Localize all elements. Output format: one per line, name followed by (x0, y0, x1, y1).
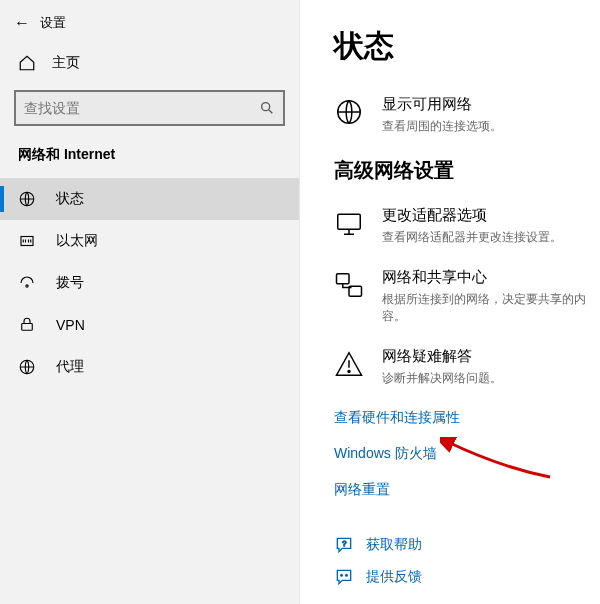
nav-item-vpn[interactable]: VPN (0, 304, 299, 346)
svg-rect-9 (337, 274, 350, 284)
svg-point-4 (26, 285, 28, 287)
nav-label-vpn: VPN (56, 317, 85, 333)
svg-rect-8 (338, 214, 361, 229)
dialup-icon (18, 274, 36, 292)
svg-point-14 (341, 575, 343, 577)
nav-item-ethernet[interactable]: 以太网 (0, 220, 299, 262)
svg-point-12 (348, 371, 350, 373)
feedback-label: 提供反馈 (366, 568, 422, 586)
nav-label-ethernet: 以太网 (56, 232, 98, 250)
home-icon (18, 54, 36, 72)
advanced-heading: 高级网络设置 (334, 157, 600, 184)
adapter-icon (334, 208, 364, 238)
svg-line-1 (269, 110, 272, 113)
search-box[interactable] (14, 90, 285, 126)
show-networks-row[interactable]: 显示可用网络 查看周围的连接选项。 (334, 95, 600, 135)
show-networks-sub: 查看周围的连接选项。 (382, 118, 502, 135)
nav-label-dialup: 拨号 (56, 274, 84, 292)
page-title: 状态 (334, 26, 600, 67)
sharing-title: 网络和共享中心 (382, 268, 600, 287)
ethernet-icon (18, 232, 36, 250)
proxy-icon (18, 358, 36, 376)
svg-point-0 (262, 103, 270, 111)
nav-label-proxy: 代理 (56, 358, 84, 376)
link-reset[interactable]: 网络重置 (334, 481, 600, 499)
help-link[interactable]: ? 获取帮助 (334, 535, 600, 555)
svg-text:?: ? (342, 539, 346, 548)
nav-label-status: 状态 (56, 190, 84, 208)
home-label: 主页 (52, 54, 80, 72)
back-button[interactable]: ← (14, 14, 30, 32)
troubleshoot-row[interactable]: 网络疑难解答 诊断并解决网络问题。 (334, 347, 600, 387)
feedback-link[interactable]: 提供反馈 (334, 567, 600, 587)
nav-item-proxy[interactable]: 代理 (0, 346, 299, 388)
help-icon: ? (334, 535, 354, 555)
link-firewall[interactable]: Windows 防火墙 (334, 445, 600, 463)
adapter-row[interactable]: 更改适配器选项 查看网络适配器并更改连接设置。 (334, 206, 600, 246)
search-input[interactable] (24, 100, 259, 116)
sidebar: ← 设置 主页 网络和 Internet 状态 以太网 拨号 VPN 代理 (0, 0, 300, 604)
show-networks-title: 显示可用网络 (382, 95, 502, 114)
vpn-icon (18, 316, 36, 334)
adapter-title: 更改适配器选项 (382, 206, 562, 225)
troubleshoot-icon (334, 349, 364, 379)
nav-item-dialup[interactable]: 拨号 (0, 262, 299, 304)
main-content: 状态 显示可用网络 查看周围的连接选项。 高级网络设置 更改适配器选项 查看网络… (300, 0, 600, 604)
section-title: 网络和 Internet (0, 146, 299, 178)
troubleshoot-sub: 诊断并解决网络问题。 (382, 370, 502, 387)
svg-point-15 (346, 575, 348, 577)
help-label: 获取帮助 (366, 536, 422, 554)
globe-icon (18, 190, 36, 208)
svg-rect-5 (22, 324, 33, 331)
globe-icon (334, 97, 364, 127)
nav-item-status[interactable]: 状态 (0, 178, 299, 220)
sharing-sub: 根据所连接到的网络，决定要共享的内容。 (382, 291, 600, 325)
sharing-icon (334, 270, 364, 300)
link-hardware[interactable]: 查看硬件和连接属性 (334, 409, 600, 427)
search-icon (259, 100, 275, 116)
troubleshoot-title: 网络疑难解答 (382, 347, 502, 366)
adapter-sub: 查看网络适配器并更改连接设置。 (382, 229, 562, 246)
feedback-icon (334, 567, 354, 587)
app-title: 设置 (40, 14, 66, 32)
titlebar: ← 设置 (0, 14, 299, 46)
sharing-row[interactable]: 网络和共享中心 根据所连接到的网络，决定要共享的内容。 (334, 268, 600, 325)
home-button[interactable]: 主页 (0, 46, 299, 90)
